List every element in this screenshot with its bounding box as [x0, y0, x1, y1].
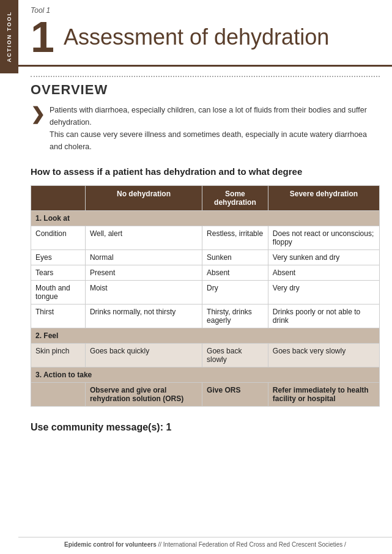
cell-condition-label: Condition — [31, 226, 86, 250]
table-row: Mouth and tongue Moist Dry Very dry — [31, 281, 380, 305]
tool-number: 1 — [31, 16, 54, 59]
cell-tears-label: Tears — [31, 265, 86, 281]
sidebar: ACTION TOOL — [0, 0, 18, 73]
section-label-look: 1. Look at — [31, 211, 380, 226]
header: Tool 1 1 Assessment of dehydration — [18, 0, 392, 67]
cell-thirst-label: Thirst — [31, 305, 86, 328]
col-header-3: Severe dehydration — [268, 186, 379, 211]
section-row-action: 3. Action to take — [31, 367, 380, 383]
footer: Epidemic control for volunteers // Inter… — [18, 537, 392, 548]
cell-condition-severe: Does not react or unconscious; floppy — [268, 226, 379, 250]
table-row-action: Observe and give oral rehydration soluti… — [31, 383, 380, 407]
main-content: OVERVIEW ❯ Patients with diarrhoea, espe… — [18, 67, 392, 454]
cell-condition-no: Well, alert — [85, 226, 202, 250]
cell-action-label — [31, 383, 86, 407]
cell-skin-no: Goes back quickly — [85, 344, 202, 367]
table-row: Condition Well, alert Restless, irritabl… — [31, 226, 380, 250]
cell-skin-label: Skin pinch — [31, 344, 86, 367]
cell-thirst-no: Drinks normally, not thirsty — [85, 305, 202, 328]
table-row: Eyes Normal Sunken Very sunken and dry — [31, 250, 380, 265]
cell-eyes-some: Sunken — [202, 250, 268, 265]
cell-tears-some: Absent — [202, 265, 268, 281]
col-header-1: No dehydration — [85, 186, 202, 211]
dehydration-table: No dehydration Some dehydration Severe d… — [31, 185, 380, 407]
table-row: Thirst Drinks normally, not thirsty Thir… — [31, 305, 380, 328]
cell-eyes-label: Eyes — [31, 250, 86, 265]
table-header-row: No dehydration Some dehydration Severe d… — [31, 186, 380, 211]
section-row-feel: 2. Feel — [31, 328, 380, 344]
table-row: Tears Present Absent Absent — [31, 265, 380, 281]
cell-tears-no: Present — [85, 265, 202, 281]
section-label-action: 3. Action to take — [31, 367, 380, 383]
cell-mouth-label: Mouth and tongue — [31, 281, 86, 305]
community-message: Use community message(s): 1 — [31, 422, 380, 433]
cell-tears-severe: Absent — [268, 265, 379, 281]
cell-action-no: Observe and give oral rehydration soluti… — [85, 383, 202, 407]
cell-mouth-no: Moist — [85, 281, 202, 305]
overview-para2: This can cause very severe illness and s… — [50, 130, 367, 151]
cell-eyes-severe: Very sunken and dry — [268, 250, 379, 265]
cell-skin-severe: Goes back very slowly — [268, 344, 379, 367]
overview-body: ❯ Patients with diarrhoea, especially ch… — [31, 104, 380, 153]
tool-label: Tool 1 — [31, 6, 380, 15]
col-header-2: Some dehydration — [202, 186, 268, 211]
cell-skin-some: Goes back slowly — [202, 344, 268, 367]
overview-para1: Patients with diarrhoea, especially chil… — [50, 106, 367, 127]
section-label-feel: 2. Feel — [31, 328, 380, 344]
tool-title: Assessment of dehydration — [64, 24, 329, 50]
section-heading: How to assess if a patient has dehydrati… — [31, 165, 380, 178]
section-row-look: 1. Look at — [31, 211, 380, 226]
sidebar-label: ACTION TOOL — [6, 11, 12, 62]
cell-mouth-some: Dry — [202, 281, 268, 305]
overview-text: Patients with diarrhoea, especially chil… — [50, 104, 380, 153]
table-row-skin: Skin pinch Goes back quickly Goes back s… — [31, 344, 380, 367]
tool-number-row: 1 Assessment of dehydration — [31, 16, 380, 59]
cell-action-severe: Refer immediately to health facility or … — [268, 383, 379, 407]
cell-action-some: Give ORS — [202, 383, 268, 407]
col-header-0 — [31, 186, 86, 211]
cell-condition-some: Restless, irritable — [202, 226, 268, 250]
overview-heading: OVERVIEW — [31, 76, 380, 98]
cell-eyes-no: Normal — [85, 250, 202, 265]
cell-mouth-severe: Very dry — [268, 281, 379, 305]
cell-thirst-some: Thirsty, drinks eagerly — [202, 305, 268, 328]
chevron-icon: ❯ — [31, 105, 45, 124]
footer-regular: // International Federation of Red Cross… — [157, 541, 346, 548]
cell-thirst-severe: Drinks poorly or not able to drink — [268, 305, 379, 328]
footer-bold: Epidemic control for volunteers — [64, 541, 157, 548]
